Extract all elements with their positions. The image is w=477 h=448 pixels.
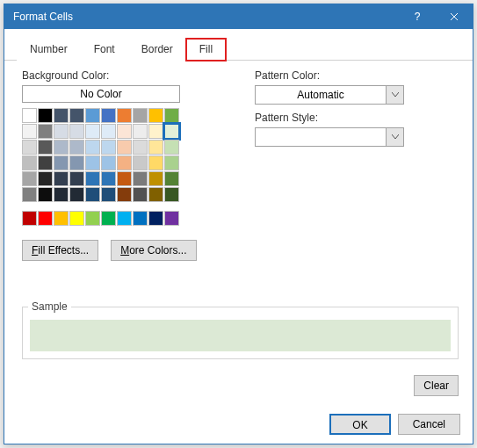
color-swatch[interactable] [54, 124, 69, 139]
color-swatch[interactable] [117, 171, 132, 186]
color-swatch[interactable] [148, 155, 163, 170]
pattern-color-value: Automatic [256, 86, 386, 104]
color-swatch[interactable] [117, 124, 132, 139]
cancel-button[interactable]: Cancel [398, 414, 460, 435]
chevron-down-icon [386, 86, 403, 104]
color-swatch[interactable] [148, 211, 163, 226]
color-swatch[interactable] [22, 155, 37, 170]
color-swatch[interactable] [164, 108, 179, 123]
color-swatch[interactable] [117, 187, 132, 202]
fill-effects-button[interactable]: Fill Effects... [22, 240, 98, 261]
color-swatch[interactable] [85, 155, 100, 170]
color-swatch[interactable] [54, 171, 69, 186]
color-swatch[interactable] [133, 171, 148, 186]
color-swatch[interactable] [54, 211, 69, 226]
color-swatch[interactable] [133, 108, 148, 123]
color-swatch[interactable] [101, 140, 116, 155]
tab-strip: Number Font Border Fill [4, 29, 473, 61]
color-swatch[interactable] [54, 108, 69, 123]
color-swatch[interactable] [38, 124, 53, 139]
color-swatch[interactable] [38, 140, 53, 155]
color-swatch[interactable] [85, 187, 100, 202]
color-swatch[interactable] [164, 171, 179, 186]
color-swatch[interactable] [38, 155, 53, 170]
pattern-style-combo[interactable] [255, 127, 404, 147]
color-swatch[interactable] [148, 140, 163, 155]
pattern-section: Pattern Color: Automatic Pattern Style: [255, 69, 459, 261]
color-swatch[interactable] [101, 211, 116, 226]
color-swatch[interactable] [117, 155, 132, 170]
color-swatch[interactable] [164, 140, 179, 155]
color-swatch[interactable] [101, 155, 116, 170]
color-swatch[interactable] [148, 108, 163, 123]
color-swatch[interactable] [69, 187, 84, 202]
tab-fill[interactable]: Fill [186, 39, 226, 61]
color-swatch[interactable] [54, 155, 69, 170]
fill-effects-text: ill Effects... [38, 244, 89, 257]
color-swatch[interactable] [85, 124, 100, 139]
color-swatch[interactable] [101, 187, 116, 202]
sample-preview [30, 320, 451, 351]
more-colors-button[interactable]: More Colors... [111, 240, 196, 261]
color-swatch[interactable] [38, 211, 53, 226]
chevron-down-icon [386, 128, 403, 146]
color-swatch[interactable] [22, 108, 37, 123]
color-swatch[interactable] [22, 171, 37, 186]
ok-button[interactable]: OK [329, 414, 390, 435]
color-swatch[interactable] [148, 124, 163, 139]
color-swatch[interactable] [22, 187, 37, 202]
tab-number[interactable]: Number [17, 39, 81, 61]
color-swatch[interactable] [117, 108, 132, 123]
titlebar[interactable]: Format Cells ? [4, 4, 473, 29]
color-swatch[interactable] [133, 140, 148, 155]
no-color-button[interactable]: No Color [22, 85, 180, 103]
color-swatch[interactable] [133, 211, 148, 226]
color-swatch[interactable] [101, 171, 116, 186]
color-swatch[interactable] [164, 211, 179, 226]
color-swatch[interactable] [69, 171, 84, 186]
dialog-title: Format Cells [13, 11, 399, 23]
tab-font[interactable]: Font [81, 39, 128, 61]
color-swatch[interactable] [101, 124, 116, 139]
color-swatch[interactable] [54, 187, 69, 202]
color-swatch[interactable] [22, 124, 37, 139]
color-swatch[interactable] [101, 108, 116, 123]
clear-button[interactable]: Clear [414, 375, 459, 396]
color-swatch[interactable] [38, 171, 53, 186]
color-swatch[interactable] [69, 140, 84, 155]
color-swatch[interactable] [148, 187, 163, 202]
help-icon: ? [415, 11, 421, 23]
color-swatch[interactable] [38, 187, 53, 202]
more-colors-text: ore Colors... [129, 244, 186, 257]
color-swatch[interactable] [164, 155, 179, 170]
color-swatch[interactable] [117, 211, 132, 226]
color-swatch[interactable] [133, 155, 148, 170]
color-swatch[interactable] [85, 211, 100, 226]
color-swatch[interactable] [133, 124, 148, 139]
color-swatch[interactable] [148, 171, 163, 186]
color-swatch[interactable] [69, 124, 84, 139]
color-swatch[interactable] [85, 171, 100, 186]
color-swatch[interactable] [69, 211, 84, 226]
background-color-section: Background Color: No Color Fill Effects.… [22, 69, 220, 261]
color-swatch[interactable] [22, 140, 37, 155]
pattern-style-value [256, 128, 386, 146]
pattern-color-label: Pattern Color: [255, 69, 459, 82]
color-swatch[interactable] [164, 124, 179, 139]
color-swatch[interactable] [117, 140, 132, 155]
color-swatch[interactable] [22, 211, 37, 226]
color-swatch[interactable] [69, 155, 84, 170]
color-swatch[interactable] [85, 140, 100, 155]
color-swatch[interactable] [38, 108, 53, 123]
color-swatch[interactable] [69, 108, 84, 123]
color-swatch[interactable] [54, 140, 69, 155]
sample-group: Sample [22, 307, 459, 359]
tab-border[interactable]: Border [128, 39, 186, 61]
pattern-color-combo[interactable]: Automatic [255, 85, 404, 105]
close-icon [450, 12, 459, 21]
color-swatch[interactable] [133, 187, 148, 202]
help-button[interactable]: ? [399, 4, 436, 29]
close-button[interactable] [436, 4, 473, 29]
color-swatch[interactable] [164, 187, 179, 202]
color-swatch[interactable] [85, 108, 100, 123]
